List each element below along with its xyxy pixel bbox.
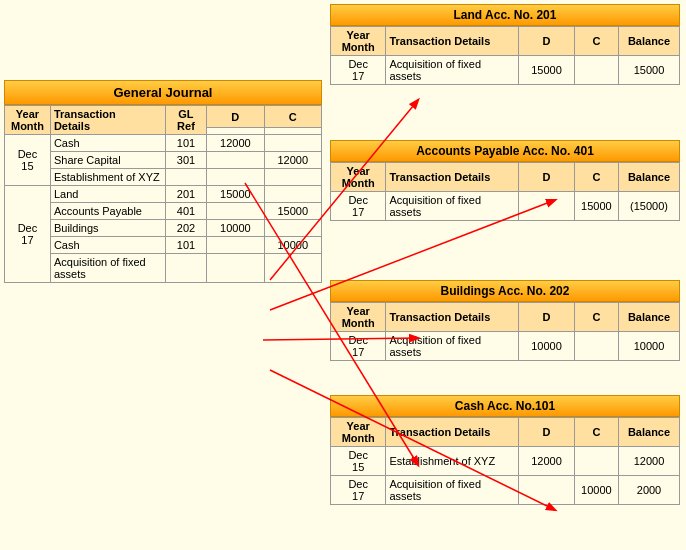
gj-gl: 201 <box>165 186 206 203</box>
gj-c: 10000 <box>264 237 321 254</box>
ledger-header: Year Month Transaction Details D C Balan… <box>331 418 680 447</box>
ledger-c-hdr: C <box>574 418 618 447</box>
gj-d <box>207 152 264 169</box>
ledger-header: Year Month Transaction Details D C Balan… <box>331 303 680 332</box>
ledger-d-hdr: D <box>519 303 574 332</box>
ledger-ym: Year Month <box>331 418 386 447</box>
ledger-detail-hdr: Transaction Details <box>386 27 519 56</box>
ledger-date: Dec 17 <box>331 192 386 221</box>
gj-d <box>207 254 264 283</box>
gj-c <box>264 169 321 186</box>
gj-detail: Buildings <box>50 220 165 237</box>
ledger-detail-hdr: Transaction Details <box>386 303 519 332</box>
ledger-bal: 12000 <box>619 447 680 476</box>
ledger-date: Dec 17 <box>331 332 386 361</box>
ledger-bal: (15000) <box>619 192 680 221</box>
general-journal-title: General Journal <box>4 80 322 105</box>
table-row: Dec 17 Acquisition of fixed assets 15000… <box>331 56 680 85</box>
ledger-header: Year Month Transaction Details D C Balan… <box>331 163 680 192</box>
gj-detail: Land <box>50 186 165 203</box>
gj-detail: Accounts Payable <box>50 203 165 220</box>
ap-account-table: Year Month Transaction Details D C Balan… <box>330 162 680 221</box>
ledger-detail-hdr: Transaction Details <box>386 418 519 447</box>
table-row: Cash 101 10000 <box>5 237 322 254</box>
table-row: Dec 17 Acquisition of fixed assets 15000… <box>331 192 680 221</box>
gj-detail: Cash <box>50 237 165 254</box>
gj-c <box>264 135 321 152</box>
ledger-detail: Acquisition of fixed assets <box>386 56 519 85</box>
gj-header-row1: Year Month Transaction Details GL Ref D … <box>5 106 322 128</box>
land-account: Land Acc. No. 201 Year Month Transaction… <box>330 4 680 85</box>
ledger-d: 10000 <box>519 332 574 361</box>
gj-date-dec15: Dec 15 <box>5 135 51 186</box>
ledger-detail-hdr: Transaction Details <box>386 163 519 192</box>
gj-col-c: C <box>264 106 321 128</box>
ledger-d <box>519 476 574 505</box>
table-row: Buildings 202 10000 <box>5 220 322 237</box>
table-row: Accounts Payable 401 15000 <box>5 203 322 220</box>
ledger-d-hdr: D <box>519 418 574 447</box>
ap-account: Accounts Payable Acc. No. 401 Year Month… <box>330 140 680 221</box>
ap-account-title: Accounts Payable Acc. No. 401 <box>330 140 680 162</box>
gj-d <box>207 203 264 220</box>
ledger-c <box>574 447 618 476</box>
table-row: Dec 17 Land 201 15000 <box>5 186 322 203</box>
land-account-title: Land Acc. No. 201 <box>330 4 680 26</box>
gj-d: 12000 <box>207 135 264 152</box>
gj-gl <box>165 169 206 186</box>
ledger-d <box>519 192 574 221</box>
ledger-detail: Establishment of XYZ <box>386 447 519 476</box>
gj-c: 15000 <box>264 203 321 220</box>
cash-account-title: Cash Acc. No.101 <box>330 395 680 417</box>
gj-col-ym: Year Month <box>5 106 51 135</box>
ledger-c-hdr: C <box>574 163 618 192</box>
ledger-detail: Acquisition of fixed assets <box>386 332 519 361</box>
gj-col-detail: Transaction Details <box>50 106 165 135</box>
table-row: Dec 15 Establishment of XYZ 12000 12000 <box>331 447 680 476</box>
ledger-c <box>574 56 618 85</box>
gj-d: 15000 <box>207 186 264 203</box>
gj-col-gl: GL Ref <box>165 106 206 135</box>
gj-gl: 401 <box>165 203 206 220</box>
buildings-account: Buildings Acc. No. 202 Year Month Transa… <box>330 280 680 361</box>
general-journal: General Journal Year Month Transaction D… <box>4 80 322 283</box>
ledger-d-hdr: D <box>519 163 574 192</box>
gj-d <box>207 237 264 254</box>
cash-account-table: Year Month Transaction Details D C Balan… <box>330 417 680 505</box>
ledger-c-hdr: C <box>574 303 618 332</box>
ledger-bal-hdr: Balance <box>619 27 680 56</box>
cash-account: Cash Acc. No.101 Year Month Transaction … <box>330 395 680 505</box>
ledger-detail: Acquisition of fixed assets <box>386 192 519 221</box>
gj-c <box>264 220 321 237</box>
gj-d <box>207 169 264 186</box>
ledger-bal-hdr: Balance <box>619 418 680 447</box>
table-row: Share Capital 301 12000 <box>5 152 322 169</box>
gj-detail: Establishment of XYZ <box>50 169 165 186</box>
land-account-table: Year Month Transaction Details D C Balan… <box>330 26 680 85</box>
gj-gl: 101 <box>165 135 206 152</box>
ledger-ym: Year Month <box>331 27 386 56</box>
gj-detail: Cash <box>50 135 165 152</box>
ledger-d: 15000 <box>519 56 574 85</box>
general-journal-table: Year Month Transaction Details GL Ref D … <box>4 105 322 283</box>
ledger-d: 12000 <box>519 447 574 476</box>
gj-gl: 202 <box>165 220 206 237</box>
ledger-date: Dec 17 <box>331 56 386 85</box>
gj-c: 12000 <box>264 152 321 169</box>
gj-c <box>264 254 321 283</box>
table-row: Establishment of XYZ <box>5 169 322 186</box>
gj-gl: 301 <box>165 152 206 169</box>
gj-date-dec17: Dec 17 <box>5 186 51 283</box>
gj-gl: 101 <box>165 237 206 254</box>
table-row: Dec 17 Acquisition of fixed assets 10000… <box>331 332 680 361</box>
ledger-bal: 15000 <box>619 56 680 85</box>
table-row: Dec 15 Cash 101 12000 <box>5 135 322 152</box>
gj-col-d: D <box>207 106 264 128</box>
table-row: Dec 17 Acquisition of fixed assets 10000… <box>331 476 680 505</box>
ledger-d-hdr: D <box>519 27 574 56</box>
ledger-date: Dec 17 <box>331 476 386 505</box>
gj-gl <box>165 254 206 283</box>
gj-detail: Acquisition of fixed assets <box>50 254 165 283</box>
ledger-c: 15000 <box>574 192 618 221</box>
gj-d: 10000 <box>207 220 264 237</box>
